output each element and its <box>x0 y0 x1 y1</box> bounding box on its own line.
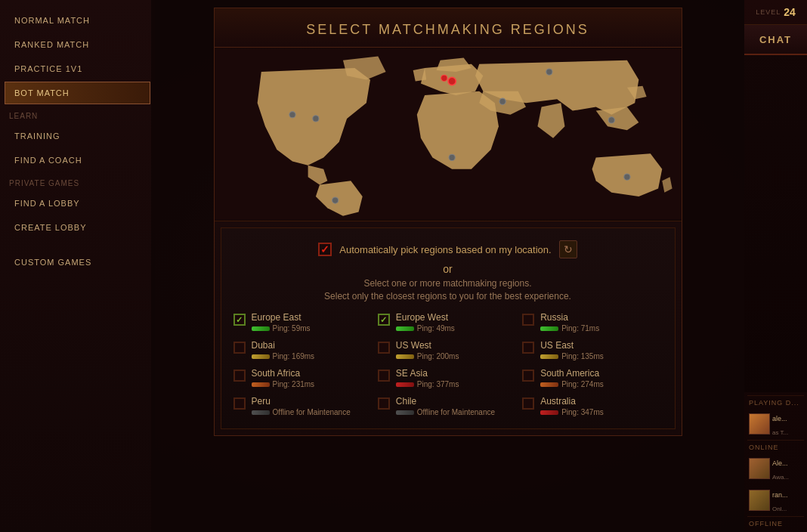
list-item: ran... Onl... <box>747 484 804 516</box>
region-info-europe-east: Europe East Ping: 59ms <box>252 312 373 332</box>
region-info-south-america: South America Ping: 274ms <box>540 368 662 388</box>
region-item-us-west[interactable]: US West Ping: 200ms <box>378 340 518 360</box>
options-panel: Automatically pick regions based on my l… <box>221 227 676 429</box>
region-ping-row-us-west: Ping: 200ms <box>396 352 518 360</box>
region-ping-row-chile: Offline for Maintenance <box>396 408 518 416</box>
region-item-south-america[interactable]: South America Ping: 274ms <box>522 368 662 388</box>
region-info-us-east: US East Ping: 135ms <box>540 340 662 360</box>
refresh-button[interactable]: ↻ <box>559 240 577 258</box>
sidebar-item-find-a-coach[interactable]: FIND A COACH <box>5 149 150 172</box>
region-info-europe-west: Europe West Ping: 49ms <box>396 312 518 332</box>
region-info-dubai: Dubai Ping: 169ms <box>252 340 373 360</box>
or-divider: or <box>233 263 663 275</box>
region-name-russia: Russia <box>540 312 662 323</box>
friend-status: Onl... <box>772 506 787 512</box>
region-checkbox-se-asia[interactable] <box>378 370 390 382</box>
region-name-south-america: South America <box>540 368 662 379</box>
ping-bar-peru <box>252 410 270 415</box>
region-ping-australia: Ping: 347ms <box>561 408 604 416</box>
svg-point-2 <box>441 75 447 81</box>
right-panel: LEVEL 24 CHAT PLAYING D... ale... as T..… <box>744 0 807 532</box>
region-ping-peru: Offline for Maintenance <box>273 408 351 416</box>
region-item-se-asia[interactable]: SE Asia Ping: 377ms <box>378 368 518 388</box>
region-checkbox-south-africa[interactable] <box>233 370 246 382</box>
region-info-se-asia: SE Asia Ping: 377ms <box>396 368 518 388</box>
region-item-russia[interactable]: Russia Ping: 71ms <box>522 312 662 332</box>
modal-title: SELECT MATCHMAKING REGIONS <box>215 8 682 48</box>
svg-point-9 <box>449 154 455 160</box>
region-item-europe-west[interactable]: Europe West Ping: 49ms <box>378 312 518 332</box>
region-name-us-west: US West <box>396 340 518 351</box>
region-name-dubai: Dubai <box>252 340 373 351</box>
regions-grid: Europe East Ping: 59ms Europe West Ping:… <box>233 312 663 416</box>
region-checkbox-us-west[interactable] <box>378 342 390 354</box>
auto-pick-row: Automatically pick regions based on my l… <box>233 240 663 258</box>
region-checkbox-europe-west[interactable] <box>378 314 390 326</box>
sidebar-item-bot-match[interactable]: BOT MATCH <box>5 82 150 104</box>
friend-info: Ale... Awa... <box>772 455 802 482</box>
region-item-south-africa[interactable]: South Africa Ping: 231ms <box>233 368 373 388</box>
region-ping-south-america: Ping: 274ms <box>561 380 604 388</box>
region-ping-row-dubai: Ping: 169ms <box>252 352 373 360</box>
region-ping-row-australia: Ping: 347ms <box>540 408 662 416</box>
region-checkbox-us-east[interactable] <box>522 342 534 354</box>
region-item-dubai[interactable]: Dubai Ping: 169ms <box>233 340 373 360</box>
svg-point-1 <box>448 77 456 85</box>
region-checkbox-australia[interactable] <box>522 397 534 410</box>
region-ping-row-us-east: Ping: 135ms <box>540 352 662 360</box>
sidebar-item-custom-games[interactable]: CUSTOM GAMES <box>5 251 150 274</box>
sidebar-item-create-lobby[interactable]: CREATE LOBBY <box>5 216 150 239</box>
region-ping-row-peru: Offline for Maintenance <box>252 408 373 416</box>
sidebar-item-find-a-lobby[interactable]: FIND A LOBBY <box>5 192 150 215</box>
world-map <box>215 48 682 221</box>
region-item-chile[interactable]: Chile Offline for Maintenance <box>378 396 518 416</box>
ping-bar-australia <box>540 410 558 415</box>
ping-bar-dubai <box>252 354 270 359</box>
region-ping-russia: Ping: 71ms <box>561 324 599 332</box>
region-item-peru[interactable]: Peru Offline for Maintenance <box>233 396 373 416</box>
svg-point-8 <box>499 98 505 104</box>
region-info-russia: Russia Ping: 71ms <box>540 312 662 332</box>
ping-bar-chile <box>396 410 414 415</box>
ping-bar-us-east <box>540 354 558 359</box>
region-ping-row-europe-west: Ping: 49ms <box>396 324 518 332</box>
modal-overlay: SELECT MATCHMAKING REGIONS <box>151 0 744 532</box>
region-name-europe-west: Europe West <box>396 312 518 323</box>
ping-bar-se-asia <box>396 382 414 387</box>
friend-info: ale... as T... <box>772 410 802 438</box>
region-info-peru: Peru Offline for Maintenance <box>252 396 373 416</box>
svg-point-10 <box>546 69 552 75</box>
region-checkbox-chile[interactable] <box>378 397 390 410</box>
friend-status: Awa... <box>772 474 789 481</box>
level-label: LEVEL <box>756 8 781 16</box>
region-item-europe-east[interactable]: Europe East Ping: 59ms <box>233 312 373 332</box>
ping-bar-europe-east <box>252 326 270 331</box>
region-item-australia[interactable]: Australia Ping: 347ms <box>522 396 662 416</box>
offline-section-label: OFFLINE <box>747 516 804 529</box>
region-ping-row-se-asia: Ping: 377ms <box>396 380 518 388</box>
region-info-chile: Chile Offline for Maintenance <box>396 396 518 416</box>
auto-pick-text: Automatically pick regions based on my l… <box>339 244 551 255</box>
svg-point-4 <box>312 116 318 122</box>
region-checkbox-peru[interactable] <box>233 397 246 410</box>
region-checkbox-europe-east[interactable] <box>233 314 246 326</box>
region-checkbox-russia[interactable] <box>522 314 534 326</box>
svg-point-7 <box>623 174 629 180</box>
chat-tab[interactable]: CHAT <box>744 25 807 55</box>
region-ping-se-asia: Ping: 377ms <box>417 380 459 388</box>
sidebar-item-practice-1v1[interactable]: PRACTICE 1v1 <box>5 57 150 80</box>
learn-section-label: LEARN <box>0 106 155 123</box>
region-checkbox-south-america[interactable] <box>522 370 534 382</box>
ping-bar-us-west <box>396 354 414 359</box>
ping-bar-russia <box>540 326 558 331</box>
region-checkbox-dubai[interactable] <box>233 342 246 354</box>
sidebar-item-normal-match[interactable]: NORMAL MATCH <box>5 9 150 32</box>
friend-info: ran... Onl... <box>772 487 802 514</box>
select-hint-1: Select one or more matchmaking regions. <box>233 278 663 289</box>
sidebar: NORMAL MATCH RANKED MATCH PRACTICE 1v1 B… <box>0 0 155 532</box>
playing-section-label: PLAYING D... <box>747 395 804 408</box>
sidebar-item-ranked-match[interactable]: RANKED MATCH <box>5 33 150 56</box>
sidebar-item-training[interactable]: TRAINING <box>5 125 150 147</box>
region-item-us-east[interactable]: US East Ping: 135ms <box>522 340 662 360</box>
auto-pick-checkbox[interactable] <box>318 243 332 256</box>
